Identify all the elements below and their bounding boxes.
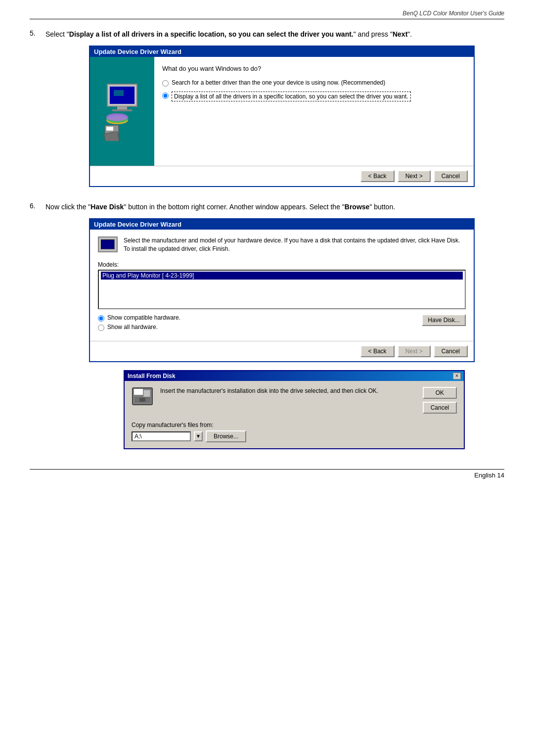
step6-wizard-footer: < Back Next > Cancel: [90, 341, 474, 361]
step-5-bold2: Next: [393, 30, 407, 38]
step-6-bold2: Browse: [345, 203, 370, 211]
step-5: 5. Select "Display a list of all drivers…: [30, 29, 504, 187]
dropdown-arrow-icon[interactable]: ▼: [194, 431, 203, 441]
step5-option2-row: Display a list of all the drivers in a s…: [162, 92, 466, 101]
step5-wizard-footer: < Back Next > Cancel: [90, 166, 474, 186]
step6-models-label: Models:: [98, 261, 466, 268]
step5-next-button[interactable]: Next >: [398, 170, 431, 182]
step5-radio1[interactable]: [162, 80, 169, 87]
install-dialog-description: Insert the manufacturer's installation d…: [160, 387, 416, 395]
svg-rect-2: [114, 90, 124, 96]
step6-description: Select the manufacturer and model of you…: [124, 236, 466, 253]
svg-rect-15: [139, 398, 145, 402]
step6-models-item[interactable]: Plug and Play Monitor [ 4-23-1999]: [101, 272, 463, 280]
step6-models-section: Models: Plug and Play Monitor [ 4-23-199…: [98, 261, 466, 309]
step6-radio1[interactable]: [98, 315, 104, 322]
path-input[interactable]: [132, 431, 191, 441]
page-footer: English 14: [30, 469, 504, 479]
have-disk-button[interactable]: Have Disk...: [422, 314, 466, 326]
step-5-bold1: Display a list of all drivers in a speci…: [69, 30, 354, 38]
footer-text: English 14: [474, 472, 504, 479]
step6-back-button[interactable]: < Back: [360, 345, 395, 357]
step5-question: What do you want Windows to do?: [162, 65, 466, 72]
step5-wizard-title: Update Device Driver Wizard: [90, 47, 474, 57]
install-dialog-buttons: OK Cancel: [423, 387, 457, 414]
step6-radio1-label: Show compatible hardware.: [107, 314, 180, 321]
step-5-text: 5. Select "Display a list of all drivers…: [30, 29, 504, 40]
step-6: 6. Now click the "Have Disk" button in t…: [30, 202, 504, 449]
floppy-drive-icon: [132, 387, 153, 407]
install-dialog-top-row: Insert the manufacturer's installation d…: [132, 387, 457, 414]
install-dialog-title-bar: Install From Disk ×: [125, 371, 464, 381]
step5-cancel-button[interactable]: Cancel: [434, 170, 468, 182]
step5-wizard-illustration: [90, 57, 154, 166]
step6-radio2-row: Show all hardware.: [98, 324, 180, 331]
step5-radio2[interactable]: [162, 93, 169, 99]
svg-rect-12: [134, 389, 143, 395]
step-5-instruction: Select "Display a list of all drivers in…: [45, 29, 412, 40]
svg-rect-4: [112, 109, 132, 111]
page-header: BenQ LCD Color Monitor User's Guide: [30, 10, 504, 19]
svg-point-7: [106, 113, 128, 121]
step6-radio-group: Show compatible hardware. Show all hardw…: [98, 314, 180, 333]
header-title: BenQ LCD Color Monitor User's Guide: [402, 10, 504, 17]
step5-wizard-right: What do you want Windows to do? Search f…: [154, 57, 474, 166]
step6-radio2-label: Show all hardware.: [107, 324, 158, 331]
svg-rect-9: [106, 127, 113, 131]
step6-radio2[interactable]: [98, 325, 104, 331]
install-dialog-body: Insert the manufacturer's installation d…: [125, 381, 464, 448]
computer-illustration: [100, 82, 144, 141]
copy-from-input-row: ▼ Browse...: [132, 430, 457, 442]
step5-wizard-window: Update Device Driver Wizard: [89, 46, 475, 187]
step6-bottom-controls: Show compatible hardware. Show all hardw…: [98, 314, 466, 333]
step6-top-section: Select the manufacturer and model of you…: [98, 236, 466, 253]
step5-option2-text: Display a list of all the drivers in a s…: [172, 92, 411, 101]
step-6-instruction: Now click the "Have Disk" button in the …: [45, 202, 395, 212]
install-cancel-button[interactable]: Cancel: [423, 402, 457, 414]
step6-radio1-row: Show compatible hardware.: [98, 314, 180, 322]
copy-from-label: Copy manufacturer's files from:: [132, 422, 457, 428]
svg-rect-3: [117, 106, 127, 109]
step6-cancel-button[interactable]: Cancel: [434, 345, 468, 357]
step6-next-button[interactable]: Next >: [398, 345, 431, 357]
step6-wizard-window: Update Device Driver Wizard Select the m…: [89, 218, 475, 362]
step6-monitor-icon: [98, 236, 118, 252]
install-dialog-close-button[interactable]: ×: [453, 373, 461, 379]
step-5-number: 5.: [30, 29, 44, 40]
browse-button[interactable]: Browse...: [206, 430, 246, 442]
step5-option1-row: Search for a better driver than the one …: [162, 79, 466, 87]
step-6-text: 6. Now click the "Have Disk" button in t…: [30, 202, 504, 212]
install-from-disk-dialog: Install From Disk × Insert the manufactu…: [124, 370, 465, 449]
step5-wizard-body: What do you want Windows to do? Search f…: [90, 57, 474, 166]
wizard-art: [100, 82, 144, 141]
step5-option1-text: Search for a better driver than the one …: [172, 79, 385, 86]
monitor-screen: [101, 239, 115, 249]
step6-wizard-title: Update Device Driver Wizard: [90, 219, 474, 230]
step6-wizard-body: Select the manufacturer and model of you…: [90, 230, 474, 341]
step6-models-listbox[interactable]: Plug and Play Monitor [ 4-23-1999]: [98, 270, 466, 309]
step5-back-button[interactable]: < Back: [360, 170, 395, 182]
install-ok-button[interactable]: OK: [423, 387, 457, 399]
install-dialog-title: Install From Disk: [128, 373, 176, 379]
step-6-number: 6.: [30, 202, 44, 212]
install-description-text: Insert the manufacturer's installation d…: [160, 387, 416, 395]
step-6-bold1: Have Disk: [90, 203, 124, 211]
